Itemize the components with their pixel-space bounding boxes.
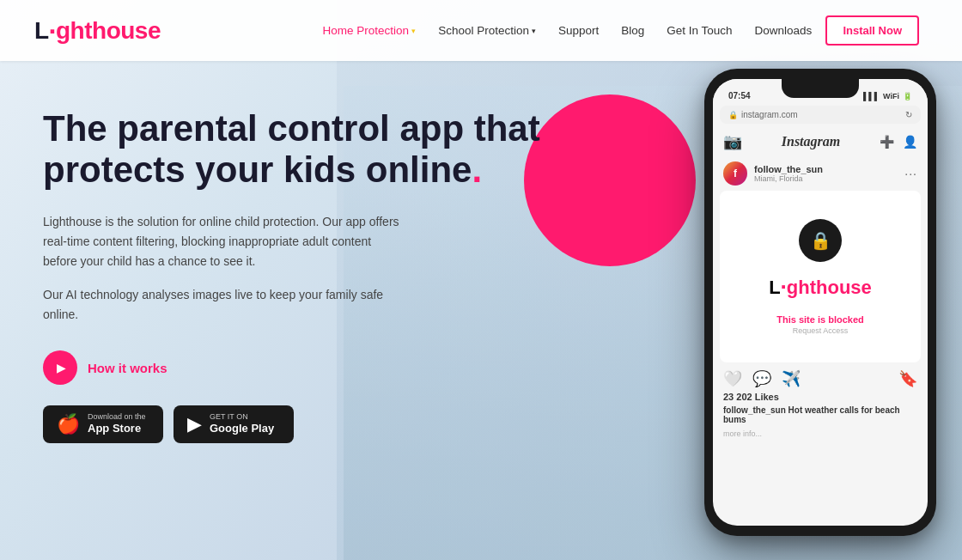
download-buttons: 🍎 Download on the App Store ▶ GET IT ON … [43, 405, 541, 443]
hero-section: The parental control app that protects y… [0, 61, 584, 443]
ig-username: follow_the_sun [754, 164, 823, 174]
chevron-down-icon: ▾ [411, 27, 416, 35]
nav-school-protection[interactable]: School Protection ▾ [429, 19, 545, 42]
google-play-sub: GET IT ON [210, 412, 274, 422]
nav-get-in-touch[interactable]: Get In Touch [658, 19, 740, 42]
camera-icon: 📷 [723, 132, 742, 151]
ig-caption-user: follow_the_sun [723, 405, 786, 415]
blocked-content-area: 🔒 L·ghthouse This site is blocked Reques… [720, 191, 921, 362]
nav-links: Home Protection ▾ School Protection ▾ Su… [314, 15, 919, 46]
bookmark-icon: 🔖 [898, 369, 917, 388]
blocked-message: This site is blocked [776, 314, 863, 325]
logo-text: ghthouse [56, 17, 161, 44]
hero-period: . [472, 149, 482, 190]
instagram-header: 📷 Instagram ➕ 👤 [713, 129, 928, 156]
ig-actions-bar: 🤍 💬 ✈️ 🔖 [713, 362, 928, 392]
ig-location: Miami, Florida [754, 174, 823, 183]
phone-mockup: 07:54 ▌▌▌ WiFi 🔋 🔒 instagram.com ↻ 📷 Ins… [704, 69, 936, 536]
app-store-label: App Store [88, 422, 146, 436]
person-icon: 👤 [903, 135, 917, 149]
app-store-button[interactable]: 🍎 Download on the App Store [43, 405, 163, 443]
comment-icon: 💬 [752, 369, 771, 388]
blocked-sub: Request Access [793, 326, 849, 335]
how-it-works-button[interactable]: How it works [43, 350, 541, 385]
ig-caption: follow_the_sun Hot weather calls for bea… [713, 405, 928, 429]
app-store-sub: Download on the [88, 412, 146, 422]
block-icon: 🔒 [799, 219, 842, 262]
browser-url-text: instagram.com [741, 110, 798, 119]
ig-likes-count: 23 202 Likes [713, 392, 928, 405]
play-icon [43, 350, 77, 385]
google-play-button[interactable]: ▶ GET IT ON Google Play [174, 405, 294, 443]
lighthouse-blocked-logo: L·ghthouse [769, 274, 872, 301]
ig-more-icon: ··· [904, 167, 917, 180]
chevron-down-icon: ▾ [532, 27, 536, 35]
logo[interactable]: L·ghthouse [34, 17, 161, 45]
heart-icon: 🤍 [723, 369, 742, 388]
nav-downloads[interactable]: Downloads [746, 19, 821, 42]
google-play-label: Google Play [210, 422, 274, 436]
refresh-icon: ↻ [905, 110, 912, 119]
browser-bar: 🔒 instagram.com ↻ [720, 106, 921, 124]
nav-support[interactable]: Support [550, 19, 607, 42]
phone-outer: 07:54 ▌▌▌ WiFi 🔋 🔒 instagram.com ↻ 📷 Ins… [704, 69, 936, 536]
ig-more-text: more info... [713, 429, 928, 445]
hero-description-2: Our AI technology analyses images live t… [43, 285, 387, 325]
phone-screen: 07:54 ▌▌▌ WiFi 🔋 🔒 instagram.com ↻ 📷 Ins… [713, 79, 928, 526]
hero-description-1: Lighthouse is the solution for online ch… [43, 212, 404, 271]
logo-l: L [34, 17, 49, 44]
logo-dot: · [49, 15, 56, 46]
signal-icon: ▌▌▌ [863, 92, 880, 100]
phone-time: 07:54 [728, 91, 751, 100]
nav-blog[interactable]: Blog [612, 19, 653, 42]
ig-avatar: f [723, 161, 747, 186]
install-now-button[interactable]: Install Now [825, 15, 919, 46]
lock-icon: 🔒 [728, 111, 738, 119]
share-icon: ✈️ [782, 369, 801, 388]
apple-icon: 🍎 [57, 413, 80, 435]
navbar: L·ghthouse Home Protection ▾ School Prot… [0, 0, 962, 61]
nav-home-protection[interactable]: Home Protection ▾ [314, 19, 425, 42]
add-post-icon: ➕ [880, 135, 894, 149]
phone-notch [782, 79, 859, 98]
wifi-icon: WiFi [883, 92, 899, 100]
instagram-logo: Instagram [742, 134, 880, 149]
how-it-works-label: How it works [88, 361, 167, 375]
battery-icon: 🔋 [903, 92, 912, 100]
ig-post-header: f follow_the_sun Miami, Florida ··· [713, 156, 928, 191]
google-play-icon: ▶ [187, 413, 202, 435]
hero-headline: The parental control app that protects y… [43, 108, 541, 192]
